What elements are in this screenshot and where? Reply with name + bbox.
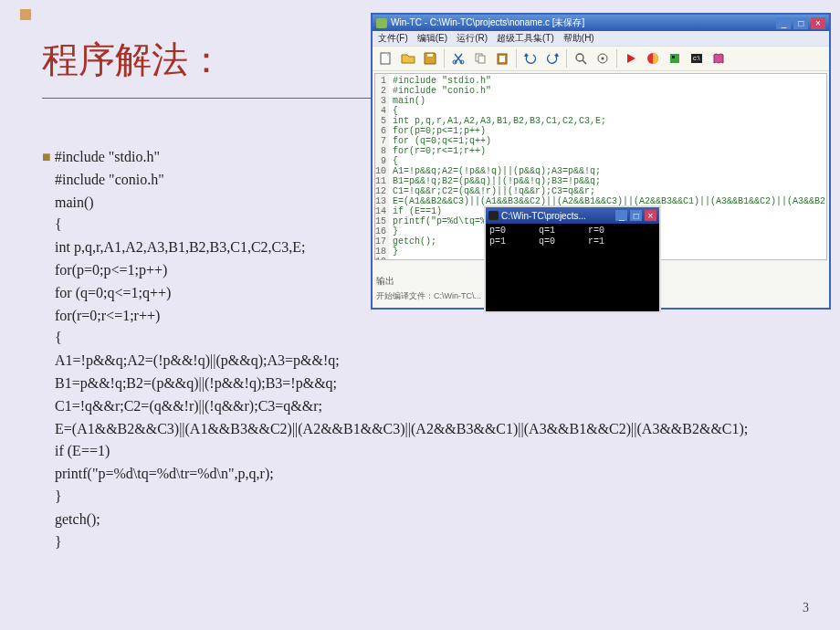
console-title: C:\Win-TC\projects... xyxy=(501,211,586,221)
save-icon[interactable] xyxy=(420,48,440,68)
svg-rect-7 xyxy=(499,56,505,62)
code-line: B1=p&&!q;B2=(p&&q)||(!p&&!q);B3=!p&&q; xyxy=(55,373,822,395)
svg-rect-5 xyxy=(478,56,485,63)
menu-file[interactable]: 文件(F) xyxy=(378,32,408,45)
ide-menubar: 文件(F) 编辑(E) 运行(R) 超级工具集(T) 帮助(H) xyxy=(373,31,829,46)
menu-edit[interactable]: 编辑(E) xyxy=(417,32,447,45)
toolbar-separator xyxy=(516,49,517,68)
cut-icon[interactable] xyxy=(448,48,468,68)
new-file-icon[interactable] xyxy=(376,48,396,68)
minimize-button[interactable]: _ xyxy=(776,17,791,29)
run-icon[interactable] xyxy=(643,48,663,68)
ide-titlebar[interactable]: Win-TC - C:\Win-TC\projects\noname.c [未保… xyxy=(373,15,829,31)
corner-marker xyxy=(20,9,31,20)
svg-rect-13 xyxy=(672,56,675,58)
close-button[interactable]: × xyxy=(811,17,825,29)
paste-icon[interactable] xyxy=(492,48,512,68)
help-icon[interactable] xyxy=(709,48,729,68)
code-line: A1=!p&&q;A2=(!p&&!q)||(p&&q);A3=p&&!q; xyxy=(55,350,822,373)
open-file-icon[interactable] xyxy=(398,48,418,68)
console-close[interactable]: × xyxy=(645,210,656,221)
console-maximize[interactable]: □ xyxy=(630,210,642,221)
code-line: E=(A1&&B2&&C3)||(A1&&B3&&C2)||(A2&&B1&&C… xyxy=(55,418,822,441)
toolbar-separator xyxy=(616,49,617,68)
svg-text:c:\: c:\ xyxy=(693,55,699,61)
svg-rect-1 xyxy=(427,54,433,57)
code-line: if (E==1) xyxy=(55,440,822,463)
console-output: p=0 q=1 r=0 p=1 q=0 r=1 xyxy=(486,224,659,249)
code-line: } xyxy=(55,486,822,509)
ide-toolbar: c:\ xyxy=(373,46,829,71)
code-line: C1=!q&&r;C2=(q&&!r)||(!q&&r);C3=q&&r; xyxy=(55,395,822,418)
ide-title-text: Win-TC - C:\Win-TC\projects\noname.c [未保… xyxy=(391,16,584,29)
line-gutter: 12345678910111213141516171819 xyxy=(375,74,389,259)
redo-icon[interactable] xyxy=(542,48,562,68)
settings-icon[interactable] xyxy=(593,48,613,68)
console-window[interactable]: C:\Win-TC\projects... _ □ × p=0 q=1 r=0 … xyxy=(484,205,661,313)
tool-icon[interactable] xyxy=(665,48,685,68)
code-line: } xyxy=(55,531,822,554)
search-icon[interactable] xyxy=(571,48,591,68)
app-icon xyxy=(376,18,387,28)
copy-icon[interactable] xyxy=(470,48,490,68)
svg-point-10 xyxy=(602,58,604,60)
console-icon xyxy=(488,211,499,220)
page-number: 3 xyxy=(803,601,809,615)
terminal-icon[interactable]: c:\ xyxy=(687,48,707,68)
menu-run[interactable]: 运行(R) xyxy=(457,32,488,45)
console-minimize[interactable]: _ xyxy=(615,210,627,221)
svg-point-8 xyxy=(576,54,583,61)
code-line: getch(); xyxy=(55,509,822,531)
compile-icon[interactable] xyxy=(621,48,641,68)
code-line: { xyxy=(55,327,822,350)
console-titlebar[interactable]: C:\Win-TC\projects... _ □ × xyxy=(486,207,659,224)
output-pane-label: 输出 xyxy=(376,275,394,288)
code-line: printf("p=%d\tq=%d\tr=%d\n",p,q,r); xyxy=(55,463,822,486)
undo-icon[interactable] xyxy=(520,48,541,68)
toolbar-separator xyxy=(566,49,567,68)
status-line: 开始编译文件：C:\Win-TC\... xyxy=(376,290,481,302)
menu-tools[interactable]: 超级工具集(T) xyxy=(497,32,554,45)
toolbar-separator xyxy=(444,49,445,68)
menu-help[interactable]: 帮助(H) xyxy=(563,32,594,45)
maximize-button[interactable]: □ xyxy=(793,17,808,29)
